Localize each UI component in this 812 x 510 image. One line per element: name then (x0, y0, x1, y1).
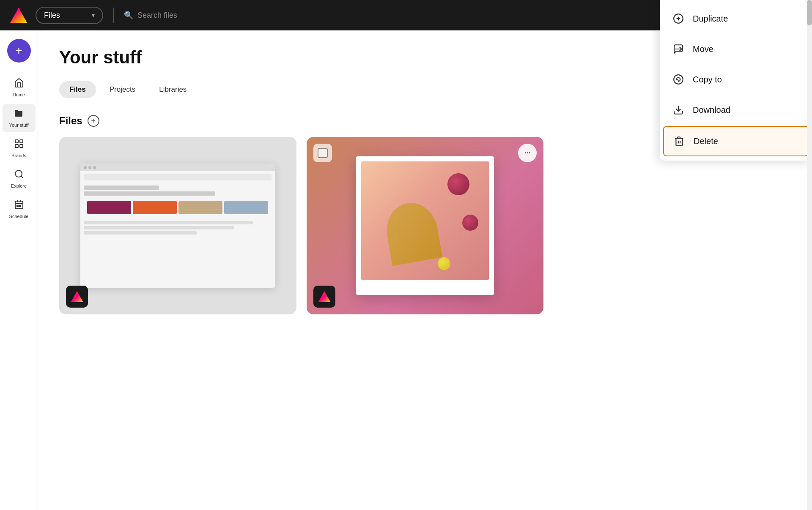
svg-marker-12 (71, 291, 83, 302)
photo-ball-yellow (438, 257, 450, 270)
photo-inner (361, 161, 488, 280)
duplicate-icon (672, 12, 685, 25)
files-grid: ··· (59, 137, 791, 314)
sidebar-item-brands[interactable]: Brands (3, 134, 36, 162)
context-menu-item-duplicate[interactable]: Duplicate (660, 3, 812, 34)
plus-circle-icon: + (91, 117, 96, 125)
chevron-down-icon: ▾ (92, 12, 95, 19)
files-dropdown-button[interactable]: Files ▾ (36, 7, 103, 24)
create-button[interactable]: + (7, 39, 31, 63)
svg-rect-4 (20, 145, 23, 147)
svg-point-5 (15, 170, 22, 177)
sidebar-item-your-stuff[interactable]: Your stuff (3, 104, 36, 132)
search-icon: 🔍 (124, 11, 133, 20)
vertical-scrollbar[interactable] (807, 0, 812, 510)
plus-icon: + (15, 45, 22, 57)
search-placeholder: Search files (137, 11, 177, 20)
app-logo[interactable] (8, 5, 29, 25)
sidebar-item-brands-label: Brands (11, 153, 26, 158)
tab-files[interactable]: Files (59, 81, 96, 98)
mockup-dot-1 (84, 166, 87, 169)
context-menu-move-label: Move (693, 44, 713, 54)
file-card-1-inner (59, 137, 296, 314)
mockup-text-4 (84, 226, 234, 229)
photo-berry-1 (447, 173, 469, 195)
scrollbar-thumb[interactable] (807, 0, 812, 25)
divider (113, 8, 114, 23)
files-section-title: Files (59, 115, 82, 127)
svg-rect-2 (20, 140, 23, 143)
chip-red (87, 201, 131, 214)
tab-projects[interactable]: Projects (99, 81, 145, 98)
file-card-1-logo (66, 286, 88, 308)
folder-icon (14, 108, 24, 121)
file-card-2-inner: ··· (307, 137, 544, 314)
file-card-1[interactable] (59, 137, 296, 314)
svg-rect-3 (15, 145, 18, 147)
sidebar-item-home-label: Home (13, 92, 25, 97)
explore-icon (14, 169, 24, 182)
sidebar-item-home[interactable]: Home (3, 74, 36, 101)
mockup-text-1 (84, 185, 159, 190)
context-menu-item-download[interactable]: Download (660, 95, 812, 125)
mockup-dot-3 (93, 166, 96, 169)
mockup-titlebar (80, 164, 275, 171)
svg-marker-13 (318, 291, 330, 302)
sidebar: + Home Your stuff Brands (0, 30, 38, 510)
context-menu-duplicate-label: Duplicate (693, 14, 728, 24)
mockup-url-bar (84, 174, 272, 180)
sidebar-item-explore-label: Explore (11, 183, 27, 188)
home-icon (14, 78, 24, 90)
sidebar-item-schedule[interactable]: Schedule (3, 195, 36, 223)
context-menu-copy-to-label: Copy to (693, 75, 722, 85)
mockup-text-3 (84, 221, 252, 224)
context-menu-download-label: Download (693, 105, 730, 115)
file-card-2-options-btn[interactable]: ··· (518, 144, 537, 162)
select-checkbox (318, 148, 328, 158)
context-menu-delete-label: Delete (694, 136, 718, 146)
svg-rect-11 (19, 205, 21, 207)
mockup-text-2 (84, 191, 215, 196)
chip-orange (133, 201, 177, 214)
svg-marker-0 (10, 8, 27, 23)
move-icon (672, 42, 685, 56)
brands-icon (14, 139, 24, 151)
mockup-dot-2 (88, 166, 91, 169)
mockup-text-5 (84, 231, 196, 235)
sidebar-item-explore[interactable]: Explore (3, 165, 36, 193)
photo-frame (356, 156, 494, 295)
more-options-icon: ··· (525, 149, 530, 157)
schedule-icon (14, 199, 24, 212)
chip-blue (224, 201, 268, 214)
mockup-chips (84, 197, 272, 218)
photo-berry-2 (462, 215, 478, 231)
file-card-2-select-btn[interactable] (313, 144, 332, 162)
sidebar-item-schedule-label: Schedule (9, 214, 29, 219)
file-card-2-logo (313, 286, 335, 308)
delete-icon (672, 134, 686, 148)
context-menu-item-delete[interactable]: Delete (663, 126, 809, 156)
tab-libraries[interactable]: Libraries (149, 81, 197, 98)
context-menu-item-move[interactable]: Move (660, 34, 812, 64)
sidebar-item-your-stuff-label: Your stuff (9, 123, 29, 128)
add-file-button[interactable]: + (88, 115, 99, 127)
context-menu-item-copy-to[interactable]: Copy to (660, 64, 812, 95)
file-card-2[interactable]: ··· (307, 137, 544, 314)
svg-rect-1 (15, 140, 18, 143)
copy-icon (672, 73, 685, 86)
download-icon (672, 103, 685, 117)
search-bar[interactable]: 🔍 Search files (124, 11, 177, 20)
photo-shape-gold (382, 199, 442, 266)
screenshot-mockup (80, 164, 275, 288)
chip-tan (178, 201, 222, 214)
context-menu: Duplicate Move Copy to (660, 0, 812, 161)
svg-rect-10 (17, 205, 18, 207)
files-dropdown-label: Files (44, 11, 60, 20)
